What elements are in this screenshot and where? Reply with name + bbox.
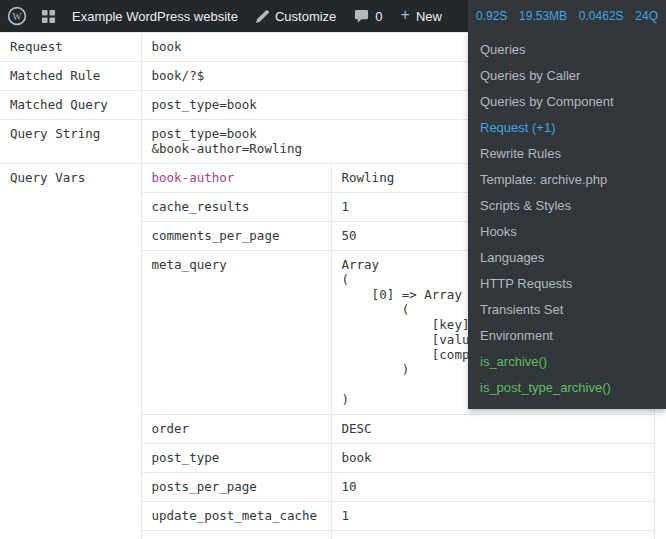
query-var-key: update_post_meta_cache	[141, 502, 331, 531]
menu-item-is-post-type-archive[interactable]: is_post_type_archive()	[468, 375, 666, 401]
comment-count: 0	[375, 9, 382, 24]
comment-bubble-icon	[354, 9, 369, 24]
row-label-request: Request	[0, 33, 141, 62]
new-content-button[interactable]: + New	[392, 0, 451, 32]
wordpress-logo-icon: W	[7, 6, 27, 26]
query-var-value: DESC	[331, 415, 655, 444]
site-name-button[interactable]: Example WordPress website	[63, 0, 247, 32]
query-var-key: cache_results	[141, 193, 331, 222]
my-sites-icon	[41, 9, 56, 24]
menu-item-is-archive[interactable]: is_archive()	[468, 349, 666, 375]
menu-item-languages[interactable]: Languages	[468, 245, 666, 271]
menu-item-environment[interactable]: Environment	[468, 323, 666, 349]
menu-item-template[interactable]: Template: archive.php	[468, 167, 666, 193]
query-var-key: posts_per_page	[141, 473, 331, 502]
site-name: Example WordPress website	[72, 9, 238, 24]
row-label-query-string: Query String	[0, 120, 141, 164]
row-label-query-vars: Query Vars	[0, 164, 141, 539]
qm-stat-page-time: 0.92S	[476, 9, 507, 23]
query-var-key: update_post_term_cache	[141, 531, 331, 539]
menu-item-queries-by-caller[interactable]: Queries by Caller	[468, 63, 666, 89]
query-var-value: 10	[331, 473, 655, 502]
query-var-key: comments_per_page	[141, 222, 331, 251]
row-label-matched-query: Matched Query	[0, 91, 141, 120]
menu-item-queries-by-component[interactable]: Queries by Component	[468, 89, 666, 115]
qm-stat-memory: 19.53MB	[519, 9, 567, 23]
menu-item-request[interactable]: Request (+1)	[468, 115, 666, 141]
new-label: New	[416, 9, 442, 24]
menu-item-transients-set[interactable]: Transients Set	[468, 297, 666, 323]
menu-item-scripts-styles[interactable]: Scripts & Styles	[468, 193, 666, 219]
menu-item-rewrite-rules[interactable]: Rewrite Rules	[468, 141, 666, 167]
query-var-key: order	[141, 415, 331, 444]
query-var-value: 1	[331, 502, 655, 531]
qm-stat-query-count: 24Q	[635, 9, 658, 23]
my-sites-button[interactable]	[34, 0, 63, 32]
query-var-key: book-author	[141, 164, 331, 193]
qm-panel-menu: Queries Queries by Caller Queries by Com…	[468, 32, 666, 409]
row-label-matched-rule: Matched Rule	[0, 62, 141, 91]
query-var-key: post_type	[141, 444, 331, 473]
menu-item-http-requests[interactable]: HTTP Requests	[468, 271, 666, 297]
customize-button[interactable]: Customize	[247, 0, 345, 32]
admin-bar: W Example WordPress website Customize	[0, 0, 666, 32]
query-var-value: book	[331, 444, 655, 473]
comments-button[interactable]: 0	[345, 0, 391, 32]
query-monitor-toolbar-button[interactable]: 0.92S 19.53MB 0.0462S 24Q	[468, 0, 666, 32]
query-var-value: 1	[331, 531, 655, 539]
query-var-key: meta_query	[141, 251, 331, 415]
wordpress-logo-button[interactable]: W	[0, 0, 34, 32]
svg-text:W: W	[13, 12, 22, 22]
plus-icon: +	[401, 7, 410, 23]
menu-item-queries[interactable]: Queries	[468, 37, 666, 63]
pencil-icon	[256, 10, 269, 23]
menu-item-hooks[interactable]: Hooks	[468, 219, 666, 245]
qm-stat-db-time: 0.0462S	[579, 9, 624, 23]
customize-label: Customize	[275, 9, 336, 24]
